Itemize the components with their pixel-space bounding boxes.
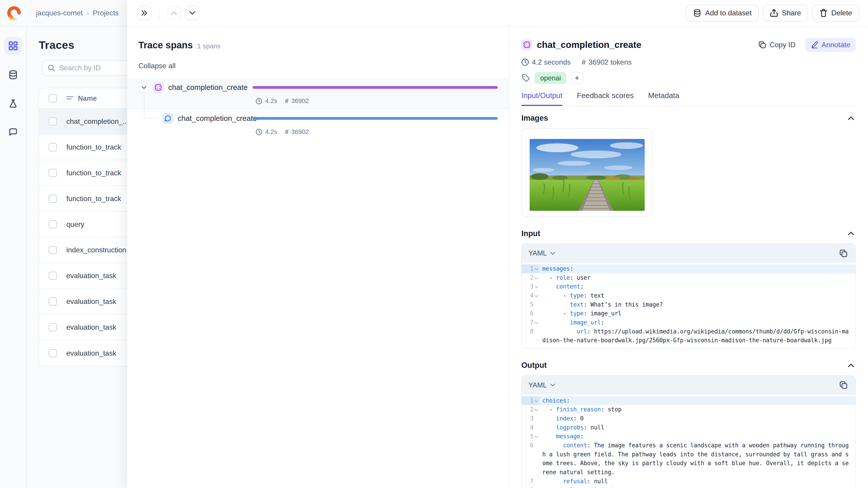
traces-list-panel: Traces Name xyxy=(27,27,127,488)
fold-chevron-empty xyxy=(533,414,539,423)
breadcrumb-section[interactable]: Projects xyxy=(93,9,119,17)
trace-row[interactable]: evaluation_task xyxy=(39,263,127,289)
input-code-block: YAML 1messages:2 - role: user3 content:4… xyxy=(521,243,856,349)
column-header-name[interactable]: Name xyxy=(66,94,97,102)
fold-chevron-icon[interactable] xyxy=(533,264,539,273)
trace-row[interactable]: evaluation_task xyxy=(39,315,127,340)
code-line: 4 logprobs: null xyxy=(522,423,855,432)
sidebar-item-feedback[interactable] xyxy=(4,123,22,141)
fold-chevron-icon[interactable] xyxy=(533,291,539,300)
fold-chevron-empty xyxy=(533,300,539,309)
detail-body: Images xyxy=(509,106,868,488)
trace-row[interactable]: function_to_track xyxy=(39,160,127,186)
line-gutter: 8 xyxy=(522,327,539,345)
span-name[interactable]: chat_completion_create xyxy=(168,83,248,92)
format-select[interactable]: YAML xyxy=(528,249,555,257)
collapse-drawer-button[interactable] xyxy=(137,6,151,20)
search-input[interactable] xyxy=(59,64,127,72)
share-button[interactable]: Share xyxy=(763,5,808,21)
copy-code-button[interactable] xyxy=(838,380,849,390)
add-tag-button[interactable]: + xyxy=(571,72,583,84)
breadcrumb-account[interactable]: jacques-comet xyxy=(36,9,83,17)
toolbar-divider xyxy=(159,7,159,19)
yaml-code[interactable]: 1messages:2 - role: user3 content:4 - ty… xyxy=(522,263,855,348)
tag-icon xyxy=(521,74,530,83)
delete-button[interactable]: Delete xyxy=(813,5,859,21)
next-trace-button[interactable] xyxy=(185,6,199,20)
detail-title: chat_completion_create xyxy=(537,39,758,50)
comet-logo-icon[interactable] xyxy=(6,6,22,21)
copy-id-button[interactable]: Copy ID xyxy=(758,41,796,49)
trace-name: query xyxy=(66,220,84,229)
fold-chevron-icon[interactable] xyxy=(533,432,539,441)
images-section-title: Images xyxy=(521,113,548,123)
span-metrics: 4.2s # 36902 xyxy=(256,97,508,105)
row-checkbox[interactable] xyxy=(49,220,57,229)
row-checkbox[interactable] xyxy=(49,117,57,126)
fold-chevron-icon[interactable] xyxy=(533,396,539,405)
row-checkbox[interactable] xyxy=(49,246,57,254)
fold-chevron-icon[interactable] xyxy=(533,273,539,282)
collapse-all-link[interactable]: Collapse all xyxy=(138,62,176,70)
row-checkbox[interactable] xyxy=(49,143,57,151)
sidebar-item-datasets[interactable] xyxy=(4,66,22,84)
line-number: 1 xyxy=(525,396,533,405)
code-line: 1choices: xyxy=(522,396,855,405)
tag-openai[interactable]: openai xyxy=(535,72,566,84)
flask-icon xyxy=(8,98,18,108)
trace-row[interactable]: index_construction xyxy=(39,237,127,263)
fold-chevron-icon[interactable] xyxy=(533,405,539,414)
copy-code-button[interactable] xyxy=(838,248,849,259)
span-row-root[interactable]: chat_completion_create 4.2s xyxy=(127,78,508,109)
tab-metadata[interactable]: Metadata xyxy=(648,91,679,105)
tab-feedback-scores[interactable]: Feedback scores xyxy=(577,91,634,105)
code-text: index: 0 xyxy=(539,414,855,423)
row-checkbox[interactable] xyxy=(49,349,57,357)
tab-input-output[interactable]: Input/Output xyxy=(521,91,562,105)
clock-icon xyxy=(256,98,262,104)
sidebar-item-experiments[interactable] xyxy=(4,95,22,112)
trace-image-thumbnail[interactable] xyxy=(530,139,645,211)
span-detail-panel: chat_completion_create Copy ID Annotate xyxy=(509,27,868,488)
code-text: message: xyxy=(539,432,855,441)
trace-row[interactable]: evaluation_task xyxy=(39,289,127,315)
base-body: Traces Name xyxy=(0,27,127,488)
format-select[interactable]: YAML xyxy=(528,381,555,389)
span-duration-bar-track xyxy=(252,86,498,89)
sidebar-item-projects[interactable] xyxy=(4,37,22,55)
fold-chevron-icon[interactable] xyxy=(533,318,539,327)
drawer-body: Trace spans 1 spans Collapse all xyxy=(127,27,868,488)
line-number: 5 xyxy=(525,432,533,441)
trace-row[interactable]: function_to_track xyxy=(39,186,127,212)
table-body: chat_completion_...function_to_trackfunc… xyxy=(39,109,127,366)
expand-toggle-button[interactable] xyxy=(138,82,149,93)
annotate-button[interactable]: Annotate xyxy=(805,38,856,52)
row-checkbox[interactable] xyxy=(49,169,57,177)
span-name[interactable]: chat_completion_create xyxy=(178,114,257,123)
collapse-section-button[interactable] xyxy=(846,362,856,368)
span-row-child[interactable]: chat_completion_create 4.2s xyxy=(127,109,508,139)
yaml-code[interactable]: 1choices:2 - finish_reason: stop3 index:… xyxy=(522,394,855,488)
code-text: role: assistant xyxy=(539,486,855,488)
trace-row[interactable]: evaluation_task xyxy=(39,340,127,366)
span-duration-bar-track xyxy=(252,117,498,120)
image-card xyxy=(521,128,652,217)
trace-row[interactable]: function_to_track xyxy=(39,135,127,160)
previous-trace-button[interactable] xyxy=(167,6,181,20)
search-box[interactable] xyxy=(42,60,127,76)
row-checkbox[interactable] xyxy=(49,297,57,306)
line-gutter: 5 xyxy=(522,300,539,309)
row-checkbox[interactable] xyxy=(49,195,57,203)
spans-header: Trace spans 1 spans xyxy=(127,27,508,51)
collapse-section-button[interactable] xyxy=(846,230,856,237)
trace-row[interactable]: query xyxy=(39,212,127,237)
detail-duration: 4.2 seconds xyxy=(532,58,571,66)
row-checkbox[interactable] xyxy=(49,271,57,280)
trace-row[interactable]: chat_completion_... xyxy=(39,109,127,135)
fold-chevron-icon[interactable] xyxy=(533,282,539,291)
collapse-section-button[interactable] xyxy=(846,115,856,121)
images-section-header: Images xyxy=(521,113,856,123)
row-checkbox[interactable] xyxy=(49,323,57,331)
add-to-dataset-button[interactable]: Add to dataset xyxy=(686,5,758,21)
select-all-checkbox[interactable] xyxy=(49,94,57,103)
